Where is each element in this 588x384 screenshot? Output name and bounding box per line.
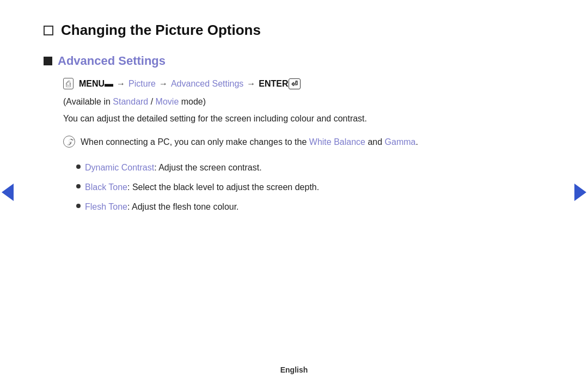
black-tone-item: Black Tone: Select the black level to ad… (85, 181, 319, 194)
dynamic-contrast-item: Dynamic Contrast: Adjust the screen cont… (85, 161, 262, 174)
movie-link[interactable]: Movie (156, 97, 179, 106)
bullet-dot-2 (76, 184, 81, 188)
availability-slash: / (148, 97, 155, 106)
menu-link-picture[interactable]: Picture (128, 79, 156, 89)
description-text: You can adjust the detailed setting for … (44, 112, 544, 125)
bullet-dot-1 (76, 164, 81, 169)
note-text-before: When connecting a PC, you can only make … (81, 137, 309, 147)
gamma-link[interactable]: Gamma (385, 137, 416, 147)
note-text-and: and (365, 137, 385, 147)
menu-path: ⎙ MENU▬ → Picture → Advanced Settings → … (44, 78, 544, 89)
list-item-black-tone: Black Tone: Select the black level to ad… (76, 181, 544, 194)
standard-link[interactable]: Standard (113, 97, 148, 106)
menu-label: MENU▬ (79, 79, 113, 89)
availability-text: (Available in Standard / Movie mode) (44, 97, 544, 107)
bullet-dot-3 (76, 204, 81, 208)
note-icon: 𝒵 (63, 136, 75, 148)
enter-label: ENTER⏎ (259, 78, 300, 89)
menu-arrow-3: → (247, 79, 255, 89)
list-item-dynamic-contrast: Dynamic Contrast: Adjust the screen cont… (76, 161, 544, 174)
white-balance-link[interactable]: White Balance (309, 137, 365, 147)
flesh-tone-desc: : Adjust the flesh tone colour. (127, 202, 239, 211)
menu-remote-icon: ⎙ (63, 78, 74, 89)
page-content: Changing the Picture Options Advanced Se… (0, 0, 588, 384)
availability-suffix: mode) (179, 97, 206, 106)
dynamic-contrast-link[interactable]: Dynamic Contrast (85, 163, 154, 172)
note-text: When connecting a PC, you can only make … (81, 135, 418, 149)
flesh-tone-item: Flesh Tone: Adjust the flesh tone colour… (85, 200, 239, 214)
enter-icon: ⏎ (289, 78, 301, 89)
menu-arrow-2: → (159, 79, 168, 89)
note-text-period: . (415, 137, 418, 147)
dynamic-contrast-desc: : Adjust the screen contrast. (154, 163, 261, 172)
heading-checkbox-icon (44, 26, 53, 35)
section-title: Advanced Settings (58, 54, 166, 68)
availability-prefix: (Available in (63, 97, 113, 106)
page-title: Changing the Picture Options (61, 22, 261, 39)
section-heading: Advanced Settings (44, 54, 544, 68)
feature-list: Dynamic Contrast: Adjust the screen cont… (44, 161, 544, 220)
black-tone-link[interactable]: Black Tone (85, 182, 127, 192)
flesh-tone-link[interactable]: Flesh Tone (85, 202, 127, 211)
list-item-flesh-tone: Flesh Tone: Adjust the flesh tone colour… (76, 200, 544, 214)
footer-language: English (280, 365, 308, 374)
black-tone-desc: : Select the black level to adjust the s… (127, 182, 319, 192)
menu-link-advanced-settings[interactable]: Advanced Settings (171, 79, 243, 89)
menu-arrow-1: → (117, 79, 125, 89)
section-bullet-icon (44, 57, 52, 65)
main-heading: Changing the Picture Options (44, 22, 544, 39)
note-block: 𝒵 When connecting a PC, you can only mak… (44, 135, 544, 149)
